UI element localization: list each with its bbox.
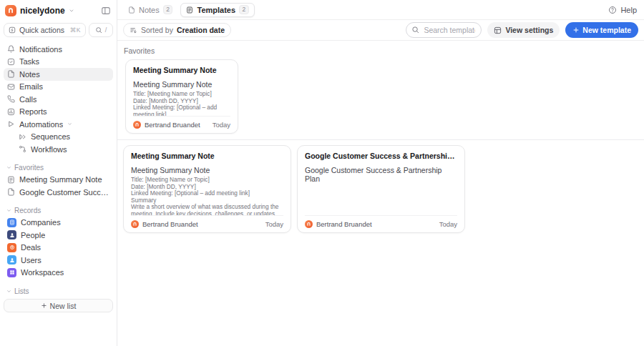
sidebar-item-sequences[interactable]: Sequences xyxy=(15,131,113,144)
favorites-heading: Favorites xyxy=(124,46,638,55)
tab-templates[interactable]: Templates 2 xyxy=(180,3,254,17)
person-icon xyxy=(7,230,16,239)
section-divider xyxy=(117,139,644,140)
sequence-icon xyxy=(19,133,26,141)
workspaces-icon xyxy=(7,268,16,277)
templates-content: Favorites Meeting Summary Note Meeting S… xyxy=(117,41,644,346)
avatar xyxy=(305,220,313,228)
favorite-item-meeting-summary-note[interactable]: Meeting Summary Note xyxy=(4,174,113,187)
search-icon xyxy=(95,26,102,34)
sort-icon xyxy=(130,26,137,34)
card-footer: Bertrand Bruandet Today xyxy=(305,215,457,232)
template-card-favorite-meeting-summary[interactable]: Meeting Summary Note Meeting Summary Not… xyxy=(125,59,238,134)
templates-count-badge: 2 xyxy=(239,5,249,14)
records-section: Records Companies People Deals Users xyxy=(0,205,117,280)
help-button[interactable]: Help xyxy=(608,6,637,14)
sidebar-item-calls[interactable]: Calls xyxy=(4,93,113,106)
quick-actions-label: Quick actions xyxy=(19,26,67,34)
favorite-item-google-customer-success[interactable]: Google Customer Success & P... xyxy=(4,186,113,199)
card-date: Today xyxy=(265,220,283,228)
card-footer: Bertrand Bruandet Today xyxy=(131,215,283,232)
card-preview: Meeting Summary Note Title: [Meeting Nam… xyxy=(133,80,230,116)
top-bar: Notes 2 Templates 2 Help xyxy=(117,0,644,20)
template-card-google-customer-success[interactable]: Google Customer Success & Partnership Pl… xyxy=(297,145,465,233)
chevron-down-icon xyxy=(69,8,74,14)
template-note-icon xyxy=(7,176,15,184)
play-icon xyxy=(7,120,15,128)
mail-icon xyxy=(7,83,15,91)
card-title: Google Customer Success & Partnership Pl… xyxy=(305,152,457,160)
sidebar-item-tasks[interactable]: Tasks xyxy=(4,56,113,69)
sidebar-item-workflows[interactable]: Workflows xyxy=(15,143,113,156)
tab-notes[interactable]: Notes 2 xyxy=(122,3,178,17)
plus-icon xyxy=(572,26,580,34)
quick-actions-shortcut: ⌘K xyxy=(70,26,81,34)
new-template-button[interactable]: New template xyxy=(565,22,638,38)
view-toolbar: Sorted by Creation date View settings xyxy=(117,20,644,41)
note-icon xyxy=(7,70,15,78)
record-item-deals[interactable]: Deals xyxy=(4,242,113,254)
card-footer: Bertrand Bruandet Today xyxy=(133,116,230,133)
workspace-name: nicelydone xyxy=(20,6,65,16)
records-section-header[interactable]: Records xyxy=(4,205,113,217)
card-author: Bertrand Bruandet xyxy=(316,220,372,228)
record-item-companies[interactable]: Companies xyxy=(4,217,113,229)
template-icon xyxy=(186,6,193,14)
bar-chart-icon xyxy=(7,108,15,116)
chevron-down-icon xyxy=(6,208,11,213)
quick-actions-button[interactable]: Quick actions ⌘K xyxy=(4,23,86,37)
avatar xyxy=(133,121,141,129)
chevron-down-icon xyxy=(6,289,11,294)
plus-icon xyxy=(41,302,47,309)
sidebar-item-reports[interactable]: Reports xyxy=(4,106,113,119)
quick-actions-icon xyxy=(9,26,16,34)
sort-chip[interactable]: Sorted by Creation date xyxy=(123,23,231,37)
note-icon xyxy=(128,6,135,14)
phone-icon xyxy=(7,95,15,103)
card-preview: Google Customer Success & Partnership Pl… xyxy=(305,166,457,215)
chevron-down-icon xyxy=(67,122,72,127)
card-preview: Meeting Summary Note Title: [Meeting Nam… xyxy=(131,166,283,215)
record-item-workspaces[interactable]: Workspaces xyxy=(4,267,113,280)
view-settings-button[interactable]: View settings xyxy=(487,22,560,38)
card-date: Today xyxy=(439,220,457,228)
favorites-section-header[interactable]: Favorites xyxy=(4,162,113,174)
workflow-icon xyxy=(19,145,26,153)
lists-section: Lists New list xyxy=(0,285,117,312)
sidebar-item-notifications[interactable]: Notifications xyxy=(4,43,113,56)
workspace-switcher[interactable]: nicelydone xyxy=(0,3,117,19)
lists-section-header[interactable]: Lists xyxy=(4,285,113,297)
notes-count-badge: 2 xyxy=(163,5,173,14)
sort-value-label: Creation date xyxy=(177,26,225,34)
sidebar-item-emails[interactable]: Emails xyxy=(4,81,113,94)
avatar xyxy=(131,220,139,228)
sidebar-item-notes[interactable]: Notes xyxy=(4,68,113,81)
search-slash-shortcut: / xyxy=(105,26,107,34)
card-date: Today xyxy=(213,121,230,129)
main-area: Notes 2 Templates 2 Help Sorted by xyxy=(117,0,644,346)
bell-icon xyxy=(7,45,15,53)
template-card-meeting-summary[interactable]: Meeting Summary Note Meeting Summary Not… xyxy=(123,145,291,233)
sidebar: nicelydone Quick actions ⌘K / xyxy=(0,0,117,346)
search-templates xyxy=(406,22,482,38)
view-tabs: Notes 2 Templates 2 xyxy=(122,3,255,17)
sort-prefix-label: Sorted by xyxy=(141,26,173,34)
card-author: Bertrand Bruandet xyxy=(145,121,200,129)
card-title: Meeting Summary Note xyxy=(133,66,230,74)
sidebar-search-button[interactable]: / xyxy=(89,23,113,37)
check-square-icon xyxy=(7,58,15,66)
sidebar-nav: Notifications Tasks Notes Emails Calls xyxy=(0,40,117,156)
workspace-logo-icon xyxy=(5,5,16,16)
record-item-users[interactable]: Users xyxy=(4,254,113,267)
search-icon xyxy=(411,26,419,34)
settings-grid-icon xyxy=(494,26,502,34)
help-icon xyxy=(608,6,617,14)
card-author: Bertrand Bruandet xyxy=(142,220,198,228)
sidebar-item-automations[interactable]: Automations xyxy=(4,118,113,131)
favorites-section: Favorites Meeting Summary Note Google Cu… xyxy=(0,162,117,199)
collapse-sidebar-icon[interactable] xyxy=(101,6,111,16)
note-icon xyxy=(7,188,15,196)
card-title: Meeting Summary Note xyxy=(131,152,283,160)
record-item-people[interactable]: People xyxy=(4,229,113,242)
new-list-button[interactable]: New list xyxy=(4,299,113,312)
